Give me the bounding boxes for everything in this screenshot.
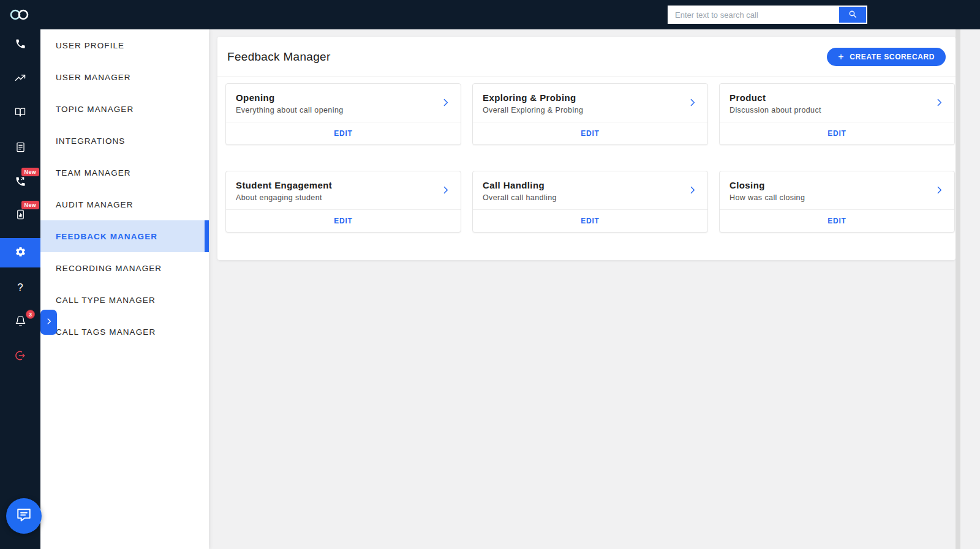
audit-doc-icon (15, 141, 26, 155)
sidebar-item-user-profile[interactable]: USER PROFILE (40, 29, 209, 61)
card-subtitle: About engaging student (236, 193, 332, 202)
scorecard-exploring-probing: Exploring & Probing Overall Exploring & … (472, 83, 708, 145)
card-subtitle: Overall call handling (483, 193, 557, 202)
scorecard-closing: Closing How was call closing EDIT (719, 171, 955, 233)
card-title: Product (729, 92, 821, 103)
chevron-right-icon[interactable] (687, 97, 698, 110)
card-title: Closing (729, 180, 805, 190)
sidebar-expand-button[interactable] (40, 310, 57, 335)
rail-item-settings[interactable] (0, 238, 40, 267)
rail-item-help[interactable]: ? (0, 273, 40, 302)
page-title: Feedback Manager (227, 50, 331, 64)
topbar (0, 0, 980, 29)
sidebar-item-team-manager[interactable]: TEAM MANAGER (40, 157, 209, 189)
card-subtitle: How was call closing (729, 193, 805, 202)
brand-logo[interactable] (9, 8, 31, 21)
reader-icon (14, 106, 26, 121)
notifications-icon (15, 315, 26, 329)
create-scorecard-button[interactable]: + CREATE SCORECARD (827, 48, 946, 66)
plus-icon: + (838, 52, 844, 62)
scorecard-product: Product Discussion about product EDIT (719, 83, 955, 145)
card-subtitle: Everything about call opening (236, 106, 344, 114)
sidebar-item-audit-manager[interactable]: AUDIT MANAGER (40, 189, 209, 220)
sidebar-item-integrations[interactable]: INTEGRATIONS (40, 125, 209, 157)
card-subtitle: Discussion about product (729, 106, 821, 114)
rail-item-logout[interactable] (0, 342, 40, 372)
icon-rail: New New ? 3 (0, 0, 40, 549)
chat-icon (16, 507, 32, 525)
settings-sidebar: USER PROFILE USER MANAGER TOPIC MANAGER … (40, 29, 209, 549)
rail-item-calls[interactable] (0, 30, 40, 59)
card-title: Student Engagement (236, 180, 332, 190)
chevron-right-icon[interactable] (934, 97, 944, 110)
help-icon: ? (17, 282, 23, 294)
search-bar (668, 6, 867, 24)
vertical-scrollbar[interactable] (956, 29, 960, 549)
scorecard-call-handling: Call Handling Overall call handling EDIT (472, 171, 708, 233)
search-input[interactable] (669, 7, 839, 23)
sidebar-item-user-manager[interactable]: USER MANAGER (40, 61, 209, 93)
panel-header: Feedback Manager + CREATE SCORECARD (217, 37, 956, 77)
search-button[interactable] (839, 7, 866, 23)
create-scorecard-label: CREATE SCORECARD (850, 53, 935, 61)
new-badge: New (21, 168, 39, 176)
edit-button[interactable]: EDIT (581, 217, 600, 225)
card-title: Call Handling (483, 180, 557, 190)
edit-button[interactable]: EDIT (334, 129, 353, 138)
feedback-manager-panel: Feedback Manager + CREATE SCORECARD Open… (217, 37, 956, 260)
chevron-right-icon[interactable] (440, 97, 451, 110)
rail-item-device-report[interactable]: New (0, 201, 40, 230)
card-title: Exploring & Probing (483, 92, 583, 103)
new-badge: New (21, 201, 39, 209)
sidebar-item-recording-manager[interactable]: RECORDING MANAGER (40, 252, 209, 284)
search-icon (848, 9, 858, 21)
chevron-right-icon[interactable] (934, 185, 944, 198)
rail-item-analytics[interactable] (0, 64, 40, 94)
scorecard-grid: Opening Everything about call opening ED… (217, 77, 956, 233)
rail-item-callback[interactable]: New (0, 168, 40, 197)
analytics-icon (14, 72, 26, 86)
scorecard-opening: Opening Everything about call opening ED… (225, 83, 461, 145)
rail-item-library[interactable] (0, 99, 40, 128)
chevron-right-icon (45, 317, 53, 328)
logout-icon (14, 349, 26, 364)
chat-fab-button[interactable] (6, 498, 42, 534)
sidebar-item-topic-manager[interactable]: TOPIC MANAGER (40, 93, 209, 125)
card-title: Opening (236, 92, 344, 103)
device-report-icon (15, 209, 26, 223)
callback-icon (15, 176, 26, 190)
settings-icon (15, 246, 26, 260)
phone-icon (15, 38, 26, 52)
chevron-right-icon[interactable] (687, 185, 698, 198)
rail-item-notifications[interactable]: 3 (0, 307, 40, 337)
scorecard-student-engagement: Student Engagement About engaging studen… (225, 171, 461, 233)
sidebar-item-call-tags-manager[interactable]: CALL TAGS MANAGER (40, 316, 209, 348)
sidebar-item-call-type-manager[interactable]: CALL TYPE MANAGER (40, 284, 209, 316)
notification-count-badge: 3 (26, 310, 35, 319)
edit-button[interactable]: EDIT (827, 217, 846, 225)
card-subtitle: Overall Exploring & Probing (483, 106, 583, 114)
rail-item-audit[interactable] (0, 133, 40, 163)
sidebar-item-feedback-manager[interactable]: FEEDBACK MANAGER (40, 220, 209, 252)
edit-button[interactable]: EDIT (827, 129, 846, 138)
edit-button[interactable]: EDIT (581, 129, 600, 138)
edit-button[interactable]: EDIT (334, 217, 353, 225)
chevron-right-icon[interactable] (440, 185, 451, 198)
